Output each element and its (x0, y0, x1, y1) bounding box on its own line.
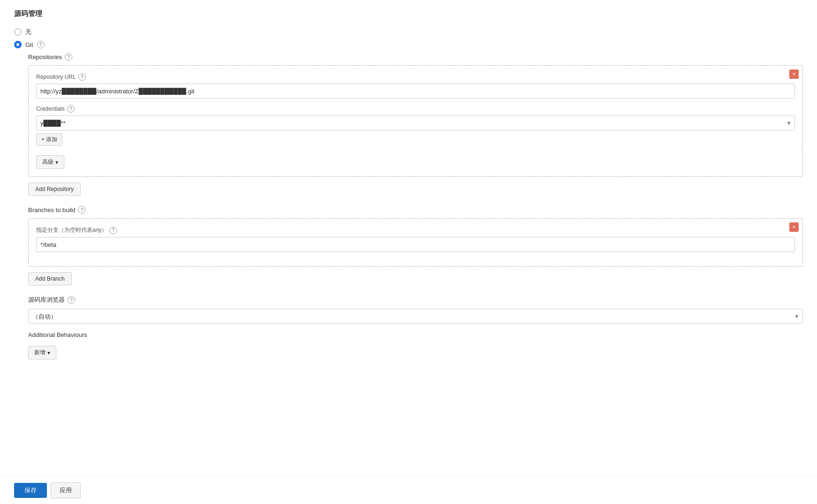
repo-url-label-row: Repository URL ? (36, 73, 795, 81)
radio-git-circle[interactable] (14, 41, 22, 48)
branches-help-icon[interactable]: ? (78, 206, 85, 214)
advanced-label: 高级 (42, 158, 53, 166)
bottom-bar: 保存 应用 (0, 476, 817, 504)
add-behaviour-chevron-icon: ▾ (47, 350, 50, 356)
repository-close-btn[interactable]: × (789, 69, 799, 79)
radio-git-label: Git (25, 41, 33, 48)
credentials-label: Credentials (36, 106, 65, 112)
browser-help-icon[interactable]: ? (68, 296, 75, 304)
radio-none[interactable]: 无 (14, 28, 803, 36)
radio-none-label: 无 (25, 28, 31, 36)
add-behaviour-label: 新增 (34, 349, 46, 357)
add-behaviour-btn[interactable]: 新增 ▾ (28, 346, 56, 359)
browser-label: 源码库浏览器 ? (28, 296, 803, 304)
repositories-label: Repositories ? (28, 53, 803, 61)
repo-url-input[interactable] (36, 84, 795, 99)
page-title: 源码管理 (14, 9, 803, 18)
repositories-help-icon[interactable]: ? (65, 53, 72, 61)
radio-git[interactable]: Git ? (14, 41, 803, 48)
advanced-btn[interactable]: 高级 ▾ (36, 155, 64, 169)
credentials-select[interactable]: y████** (36, 115, 795, 130)
additional-behaviours-label: Additional Behaviours (28, 331, 803, 338)
credentials-select-wrapper: y████** ▾ (36, 115, 795, 130)
credentials-group: Credentials ? y████** ▾ + 添加 (36, 105, 795, 146)
branch-box: × 指定分支（为空时代表any） ? (28, 218, 803, 267)
browser-select-wrapper: （自动） ▾ (28, 309, 803, 324)
browser-select[interactable]: （自动） (28, 309, 803, 324)
apply-button[interactable]: 应用 (51, 482, 81, 498)
credentials-help-icon[interactable]: ? (67, 105, 75, 113)
add-branch-btn[interactable]: Add Branch (28, 272, 72, 285)
branches-label: Branches to build ? (28, 206, 803, 214)
branch-field-label-row: 指定分支（为空时代表any） ? (36, 226, 795, 234)
git-help-icon[interactable]: ? (37, 41, 45, 48)
repo-url-help-icon[interactable]: ? (78, 73, 86, 81)
radio-none-circle[interactable] (14, 28, 22, 36)
repo-url-label: Repository URL (36, 74, 76, 80)
credentials-label-row: Credentials ? (36, 105, 795, 113)
branch-field-label: 指定分支（为空时代表any） (36, 226, 107, 234)
add-credential-btn[interactable]: + 添加 (36, 133, 62, 146)
add-repository-btn[interactable]: Add Repository (28, 183, 81, 196)
save-button[interactable]: 保存 (14, 483, 47, 498)
repo-url-group: Repository URL ? (36, 73, 795, 99)
branch-field-group: 指定分支（为空时代表any） ? (36, 226, 795, 252)
branch-input[interactable] (36, 237, 795, 252)
branch-field-help-icon[interactable]: ? (109, 227, 117, 234)
advanced-chevron-icon: ▾ (55, 159, 58, 166)
branch-close-btn[interactable]: × (789, 222, 799, 232)
repository-box: × Repository URL ? Credentials ? y████** (28, 65, 803, 177)
